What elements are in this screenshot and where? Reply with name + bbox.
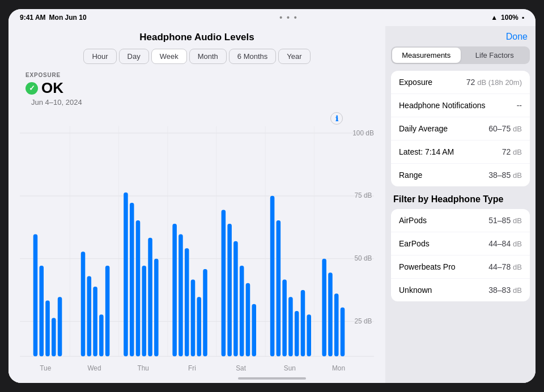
filter-section-title: Filter by Headphone Type [385,192,536,209]
right-panel: Done Measurements Life Factors Exposure … [385,26,536,383]
status-dots: • • • [279,13,298,22]
svg-rect-23 [39,266,44,356]
svg-rect-46 [233,241,238,356]
svg-rect-39 [178,235,183,357]
svg-rect-27 [81,252,86,356]
battery-icon: ▪ [522,14,524,22]
svg-rect-33 [130,203,134,356]
metric-value-latest: 72 dB [502,147,522,156]
svg-rect-26 [58,297,62,356]
svg-rect-25 [52,318,56,356]
svg-rect-49 [252,304,256,356]
ok-text: OK [41,79,63,97]
metric-value-daily-avg: 60–75 dB [488,124,522,133]
status-right: ▲ 100% ▪ [491,14,524,22]
filter-row-powerbeats: Powerbeats Pro 44–78 dB [391,255,530,279]
svg-rect-51 [277,220,281,356]
filter-card: AirPods 51–85 dB EarPods 44–84 dB Powerb… [391,209,530,301]
metrics-card: Exposure 72 dB (18h 20m) Headphone Notif… [391,71,530,186]
svg-text:75 dB: 75 dB [355,191,372,200]
main-content: Headphone Audio Levels Hour Day Week Mon… [8,26,536,383]
metric-row-range: Range 38–85 dB [391,164,530,186]
svg-rect-38 [172,224,177,356]
svg-rect-59 [334,293,339,356]
svg-rect-54 [295,311,299,356]
svg-rect-55 [301,290,305,356]
filter-row-unknown: Unknown 38–83 dB [391,279,530,301]
metric-label-notifications: Headphone Notifications [399,101,486,110]
metric-row-notifications: Headphone Notifications -- [391,94,530,117]
metric-label-range: Range [399,171,422,180]
svg-rect-35 [142,266,147,356]
status-time: 9:41 AM [20,14,46,22]
filter-label-powerbeats: Powerbeats Pro [399,262,456,271]
svg-rect-37 [154,259,159,356]
home-indicator [238,377,306,380]
filter-value-earpods: 44–84 dB [488,239,522,248]
svg-rect-60 [341,308,345,356]
svg-text:100 dB: 100 dB [352,128,374,137]
tab-life-factors[interactable]: Life Factors [461,48,529,63]
svg-text:25 dB: 25 dB [355,316,372,325]
svg-text:Thu: Thu [137,363,148,372]
done-button[interactable]: Done [506,32,528,42]
chart-svg: 100 dB 75 dB 50 dB 25 dB Tue Wed Thu Fri… [20,112,374,377]
left-panel: Headphone Audio Levels Hour Day Week Mon… [8,26,385,383]
tab-switcher: Measurements Life Factors [391,46,530,64]
metric-label-latest: Latest: 7:14 AM [399,147,454,156]
svg-rect-34 [136,220,141,356]
chart-container: ℹ 100 dB 75 dB 50 dB 25 dB Tue [20,112,374,377]
status-bar: 9:41 AM Mon Jun 10 • • • ▲ 100% ▪ [8,9,536,26]
right-header: Done [385,32,536,46]
svg-rect-24 [45,301,50,357]
svg-rect-48 [246,283,250,356]
svg-rect-40 [185,248,189,356]
svg-rect-50 [270,196,275,356]
filter-value-powerbeats: 44–78 dB [488,262,522,271]
exposure-section: EXPOSURE ✓ OK Jun 4–10, 2024 [20,72,374,106]
filter-row-earpods: EarPods 44–84 dB [391,232,530,255]
metric-value-exposure: 72 dB (18h 20m) [466,78,522,87]
filter-label-unknown: Unknown [399,286,432,295]
svg-rect-57 [322,259,326,356]
svg-rect-36 [148,238,152,356]
metric-value-notifications: -- [517,101,522,110]
svg-rect-52 [282,280,287,356]
svg-rect-47 [240,266,244,356]
svg-text:Mon: Mon [332,363,345,372]
metric-label-daily-avg: Daily Average [399,124,448,133]
filter-label-airpods: AirPods [399,216,427,225]
svg-text:Wed: Wed [87,363,101,372]
svg-text:Fri: Fri [188,363,196,372]
filter-value-airpods: 51–85 dB [488,216,522,225]
time-btn-year[interactable]: Year [278,49,310,64]
exposure-status: ✓ OK [26,79,374,97]
svg-rect-56 [307,314,311,356]
svg-rect-45 [227,224,232,356]
filter-row-airpods: AirPods 51–85 dB [391,209,530,232]
status-left: 9:41 AM Mon Jun 10 [20,14,87,22]
time-btn-hour[interactable]: Hour [83,49,116,64]
time-btn-day[interactable]: Day [119,49,149,64]
svg-rect-22 [33,235,38,357]
tab-measurements[interactable]: Measurements [392,48,461,63]
time-btn-month[interactable]: Month [189,49,227,64]
ok-badge: ✓ [26,82,38,95]
svg-rect-32 [124,193,128,356]
svg-text:Sun: Sun [284,363,296,372]
date-range: Jun 4–10, 2024 [26,98,374,106]
svg-rect-28 [87,276,92,356]
filter-value-unknown: 38–83 dB [488,286,522,295]
svg-rect-42 [197,297,202,356]
svg-rect-53 [288,297,293,356]
metric-value-range: 38–85 dB [488,171,522,180]
info-button[interactable]: ℹ [330,112,343,125]
time-btn-6months[interactable]: 6 Months [229,49,276,64]
metric-label-exposure: Exposure [399,78,432,87]
battery-level: 100% [501,14,518,22]
filter-label-earpods: EarPods [399,239,430,248]
time-btn-week[interactable]: Week [151,49,187,64]
svg-text:50 dB: 50 dB [355,254,372,263]
status-date: Mon Jun 10 [49,14,87,22]
svg-rect-29 [93,287,97,356]
